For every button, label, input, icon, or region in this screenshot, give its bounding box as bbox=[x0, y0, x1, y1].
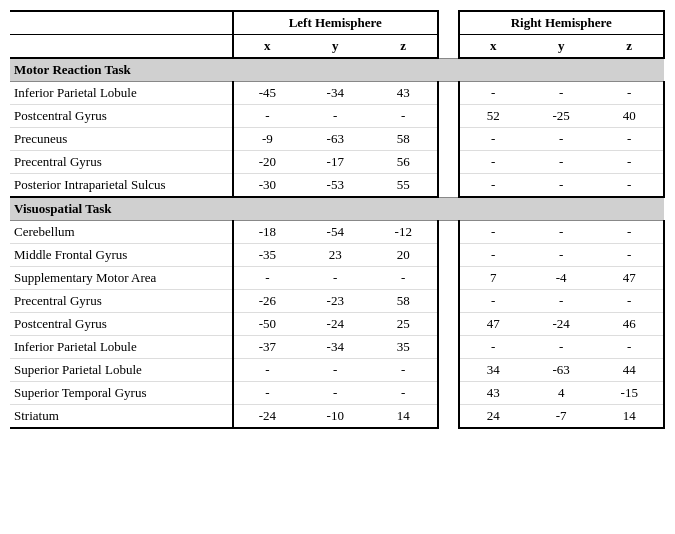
table-row: Superior Temporal Gyrus - - - 43 4 -15 bbox=[10, 382, 664, 405]
right-z: - bbox=[595, 82, 664, 105]
left-y: -24 bbox=[301, 313, 369, 336]
left-z: - bbox=[370, 105, 438, 128]
left-y: 23 bbox=[301, 244, 369, 267]
row-spacer bbox=[438, 128, 459, 151]
right-x: 47 bbox=[459, 313, 527, 336]
row-spacer bbox=[438, 267, 459, 290]
right-z: 40 bbox=[595, 105, 664, 128]
table-row: Inferior Parietal Lobule -37 -34 35 - - … bbox=[10, 336, 664, 359]
right-y: - bbox=[527, 290, 595, 313]
table-row: Middle Frontal Gyrus -35 23 20 - - - bbox=[10, 244, 664, 267]
left-z: 14 bbox=[370, 405, 438, 429]
left-y: - bbox=[301, 382, 369, 405]
left-z: 58 bbox=[370, 128, 438, 151]
right-y: - bbox=[527, 244, 595, 267]
header-row-xyz: x y z x y z bbox=[10, 35, 664, 59]
row-label: Precentral Gyrus bbox=[10, 151, 233, 174]
row-label: Middle Frontal Gyrus bbox=[10, 244, 233, 267]
right-y: 4 bbox=[527, 382, 595, 405]
right-y: -63 bbox=[527, 359, 595, 382]
left-y: -53 bbox=[301, 174, 369, 198]
row-label: Precentral Gyrus bbox=[10, 290, 233, 313]
left-x: -20 bbox=[233, 151, 301, 174]
right-z: - bbox=[595, 221, 664, 244]
left-z: - bbox=[370, 359, 438, 382]
right-z: - bbox=[595, 244, 664, 267]
left-x: -26 bbox=[233, 290, 301, 313]
left-x: - bbox=[233, 382, 301, 405]
table-row: Precentral Gyrus -26 -23 58 - - - bbox=[10, 290, 664, 313]
right-y: -25 bbox=[527, 105, 595, 128]
left-z: 43 bbox=[370, 82, 438, 105]
left-z-header: z bbox=[370, 35, 438, 59]
row-label: Supplementary Motor Area bbox=[10, 267, 233, 290]
row-spacer bbox=[438, 336, 459, 359]
left-z: 58 bbox=[370, 290, 438, 313]
right-z: - bbox=[595, 151, 664, 174]
right-z-header: z bbox=[595, 35, 664, 59]
right-y: - bbox=[527, 128, 595, 151]
left-z: 25 bbox=[370, 313, 438, 336]
right-y: - bbox=[527, 174, 595, 198]
row-spacer bbox=[438, 313, 459, 336]
left-z: 55 bbox=[370, 174, 438, 198]
row-spacer bbox=[438, 105, 459, 128]
right-x: - bbox=[459, 82, 527, 105]
left-z: - bbox=[370, 382, 438, 405]
left-y: -34 bbox=[301, 336, 369, 359]
empty-header bbox=[10, 11, 233, 35]
left-z: 20 bbox=[370, 244, 438, 267]
spacer-top bbox=[438, 11, 459, 35]
row-label: Striatum bbox=[10, 405, 233, 429]
right-z: 46 bbox=[595, 313, 664, 336]
left-x: -35 bbox=[233, 244, 301, 267]
left-hemisphere-header: Left Hemisphere bbox=[233, 11, 438, 35]
table-row: Striatum -24 -10 14 24 -7 14 bbox=[10, 405, 664, 429]
left-x: -9 bbox=[233, 128, 301, 151]
right-x: - bbox=[459, 128, 527, 151]
table-row: Posterior Intraparietal Sulcus -30 -53 5… bbox=[10, 174, 664, 198]
table-row: Superior Parietal Lobule - - - 34 -63 44 bbox=[10, 359, 664, 382]
table-row: Precentral Gyrus -20 -17 56 - - - bbox=[10, 151, 664, 174]
left-y: -54 bbox=[301, 221, 369, 244]
right-y: - bbox=[527, 151, 595, 174]
right-y: - bbox=[527, 82, 595, 105]
left-z: -12 bbox=[370, 221, 438, 244]
left-y-header: y bbox=[301, 35, 369, 59]
row-spacer bbox=[438, 82, 459, 105]
left-y: -10 bbox=[301, 405, 369, 429]
left-y: -23 bbox=[301, 290, 369, 313]
right-x: 52 bbox=[459, 105, 527, 128]
row-label: Postcentral Gyrus bbox=[10, 105, 233, 128]
right-x: - bbox=[459, 174, 527, 198]
right-z: - bbox=[595, 174, 664, 198]
left-x: -50 bbox=[233, 313, 301, 336]
right-x: 43 bbox=[459, 382, 527, 405]
row-spacer bbox=[438, 290, 459, 313]
right-z: - bbox=[595, 128, 664, 151]
row-label: Postcentral Gyrus bbox=[10, 313, 233, 336]
left-y: - bbox=[301, 267, 369, 290]
left-x: -24 bbox=[233, 405, 301, 429]
right-x-header: x bbox=[459, 35, 527, 59]
header-row-hemispheres: Left Hemisphere Right Hemisphere bbox=[10, 11, 664, 35]
row-spacer bbox=[438, 174, 459, 198]
right-y: -7 bbox=[527, 405, 595, 429]
row-spacer bbox=[438, 359, 459, 382]
right-y: - bbox=[527, 221, 595, 244]
row-spacer bbox=[438, 405, 459, 429]
right-z: -15 bbox=[595, 382, 664, 405]
left-y: -34 bbox=[301, 82, 369, 105]
row-label: Superior Parietal Lobule bbox=[10, 359, 233, 382]
table-row: Supplementary Motor Area - - - 7 -4 47 bbox=[10, 267, 664, 290]
left-y: -17 bbox=[301, 151, 369, 174]
table-row: Postcentral Gyrus -50 -24 25 47 -24 46 bbox=[10, 313, 664, 336]
row-spacer bbox=[438, 244, 459, 267]
section-title: Motor Reaction Task bbox=[10, 58, 664, 82]
section-header-row: Visuospatial Task bbox=[10, 197, 664, 221]
right-z: - bbox=[595, 290, 664, 313]
left-x: - bbox=[233, 105, 301, 128]
left-z: 56 bbox=[370, 151, 438, 174]
right-x: - bbox=[459, 221, 527, 244]
left-y: -63 bbox=[301, 128, 369, 151]
